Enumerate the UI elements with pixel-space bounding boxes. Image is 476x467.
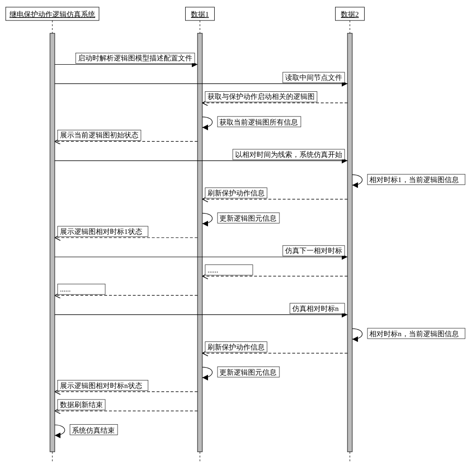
message-label: ...... bbox=[60, 285, 71, 293]
self-message bbox=[202, 367, 212, 378]
message-label: 展示逻辑图相对时标1状态 bbox=[60, 228, 142, 235]
message-label: 相对时标1，当前逻辑图信息 bbox=[369, 176, 459, 184]
message-label: 展示逻辑图相对时标n状态 bbox=[60, 382, 142, 389]
message-label: 仿真相对时标n bbox=[292, 305, 339, 312]
message-label: ...... bbox=[208, 266, 218, 274]
message-label: 以相对时间为线索，系统仿真开始 bbox=[235, 151, 342, 158]
message-label: 数据刷新结束 bbox=[60, 401, 103, 409]
activation-bar bbox=[347, 33, 352, 452]
sequence-diagram: 继电保护动作逻辑仿真系统数据1数据2启动时解析逻辑图模型描述配置文件读取中间节点… bbox=[0, 0, 476, 467]
self-message bbox=[202, 117, 212, 127]
message-label: 展示当前逻辑图初始状态 bbox=[60, 131, 139, 139]
message-label: 刷新保护动作信息 bbox=[208, 343, 265, 351]
self-message bbox=[352, 175, 362, 185]
message-label: 启动时解析逻辑图模型描述配置文件 bbox=[78, 54, 192, 62]
message-label: 更新逻辑图元信息 bbox=[219, 214, 277, 222]
activation-bar bbox=[50, 33, 55, 452]
activation-bar bbox=[198, 33, 202, 452]
lifeline-header: 继电保护动作逻辑仿真系统 bbox=[10, 10, 95, 18]
self-message bbox=[352, 329, 362, 339]
lifeline-header: 数据1 bbox=[191, 10, 209, 18]
message-label: 获取当前逻辑图所有信息 bbox=[219, 118, 298, 126]
message-label: 获取与保护动作启动相关的逻辑图 bbox=[208, 93, 315, 100]
message-label: 读取中间节点文件 bbox=[285, 74, 342, 81]
message-label: 系统仿真结束 bbox=[72, 427, 115, 434]
self-message bbox=[202, 213, 212, 224]
message-label: 相对时标n，当前逻辑图信息 bbox=[369, 330, 459, 338]
message-label: 仿真下一相对时标 bbox=[285, 247, 342, 254]
message-label: 刷新保护动作信息 bbox=[208, 189, 265, 197]
message-label: 更新逻辑图元信息 bbox=[219, 369, 277, 376]
lifeline-header: 数据2 bbox=[341, 10, 359, 18]
self-message bbox=[55, 425, 65, 436]
